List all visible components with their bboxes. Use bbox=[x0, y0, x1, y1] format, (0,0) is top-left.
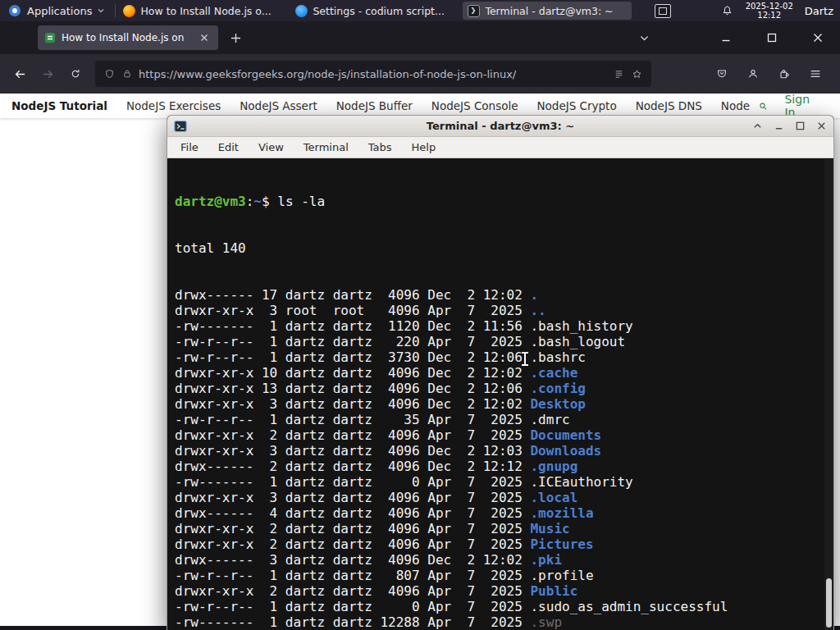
file-name: . bbox=[530, 287, 538, 303]
total-line: total 140 bbox=[175, 240, 833, 256]
terminal-scrollbar[interactable] bbox=[824, 159, 833, 630]
file-name: .bash_history bbox=[530, 318, 632, 334]
file-row: -rw-r--r-- 1 dartz dartz 35 Apr 7 2025 .… bbox=[175, 412, 833, 427]
file-name: .gnupg bbox=[530, 459, 578, 474]
terminal-app-icon bbox=[174, 120, 187, 133]
taskbar-item[interactable]: Terminal - dartz@vm3: ~ bbox=[463, 2, 632, 20]
lock-icon[interactable] bbox=[121, 68, 133, 80]
file-row: drwxr-xr-x 3 dartz dartz 4096 Dec 2 12:0… bbox=[175, 443, 833, 459]
window-minimize-button[interactable] bbox=[715, 27, 737, 48]
bookmark-star-icon[interactable] bbox=[631, 68, 643, 80]
terminal-output[interactable]: dartz@vm3:~$ ls -la total 140 drwx------… bbox=[167, 159, 833, 630]
file-name: Music bbox=[530, 521, 569, 536]
minimize-icon[interactable] bbox=[774, 121, 784, 131]
file-name: Downloads bbox=[530, 443, 601, 459]
forward-button[interactable] bbox=[34, 62, 61, 86]
search-icon[interactable] bbox=[758, 99, 768, 113]
close-icon[interactable] bbox=[816, 121, 827, 131]
tab-close-button[interactable] bbox=[197, 30, 212, 45]
menu-tabs[interactable]: Tabs bbox=[368, 141, 392, 153]
file-row: drwxr-xr-x 3 dartz dartz 4096 Dec 2 12:0… bbox=[175, 396, 833, 412]
window-close-button[interactable] bbox=[807, 27, 829, 48]
file-meta: drwx------ 4 dartz dartz 4096 Apr 7 2025 bbox=[175, 505, 530, 521]
prompt-command: ls -la bbox=[270, 194, 325, 209]
url-input[interactable]: https://www.geeksforgeeks.org/node-js/in… bbox=[139, 68, 607, 80]
file-row: drwxr-xr-x 2 dartz dartz 4096 Apr 7 2025… bbox=[175, 536, 833, 552]
file-meta: drwxr-xr-x 3 dartz dartz 4096 Apr 7 2025 bbox=[175, 490, 530, 505]
menu-terminal[interactable]: Terminal bbox=[304, 141, 349, 153]
file-meta: -rw------- 1 dartz dartz 12288 Apr 7 202… bbox=[175, 614, 530, 630]
file-name: .ICEauthority bbox=[530, 474, 632, 490]
refresh-button[interactable] bbox=[62, 62, 89, 86]
terminal-title: Terminal - dartz@vm3: ~ bbox=[427, 120, 574, 132]
notification-bell-icon[interactable] bbox=[720, 4, 734, 18]
file-listing: drwx------ 17 dartz dartz 4096 Dec 2 12:… bbox=[175, 287, 833, 630]
chevron-down-icon bbox=[639, 33, 650, 43]
panel-clock[interactable]: 2025-12-02 12:12 bbox=[746, 2, 793, 21]
taskbar-item[interactable]: How to Install Node.js o... bbox=[118, 2, 287, 20]
gfg-nav-item[interactable]: NodeJS DNS bbox=[636, 99, 702, 112]
list-all-tabs-button[interactable] bbox=[633, 27, 655, 48]
applications-menu-button[interactable]: Applications bbox=[0, 0, 112, 21]
file-name: Pictures bbox=[530, 536, 593, 552]
clock-date: 2025-12-02 bbox=[746, 2, 793, 11]
site-favicon bbox=[44, 32, 56, 43]
applications-label: Applications bbox=[27, 5, 92, 17]
browser-tab-bar: How to Install Node.js on bbox=[0, 21, 840, 54]
taskbar: How to Install Node.js o...Settings - co… bbox=[118, 2, 632, 20]
terminal-menubar: FileEditViewTerminalTabsHelp bbox=[167, 137, 833, 158]
gfg-nav-item[interactable]: NodeJS Assert bbox=[240, 99, 317, 112]
browser-tab[interactable]: How to Install Node.js on bbox=[38, 25, 218, 50]
refresh-icon bbox=[69, 67, 82, 80]
url-bar[interactable]: https://www.geeksforgeeks.org/node-js/in… bbox=[95, 61, 651, 87]
window-maximize-button[interactable] bbox=[761, 27, 783, 48]
file-name: .dmrc bbox=[530, 412, 569, 427]
file-row: -rw-r--r-- 1 dartz dartz 3730 Dec 2 12:0… bbox=[175, 349, 833, 365]
gfg-nav-item[interactable]: Node bbox=[721, 99, 750, 112]
file-row: -rw------- 1 dartz dartz 1120 Dec 2 11:5… bbox=[175, 318, 833, 334]
gfg-nav-item[interactable]: NodeJS Exercises bbox=[126, 99, 221, 112]
file-row: drwxr-xr-x 10 dartz dartz 4096 Dec 2 12:… bbox=[175, 365, 833, 381]
file-meta: -rw------- 1 dartz dartz 0 Apr 7 2025 bbox=[175, 474, 530, 490]
tab-title: How to Install Node.js on bbox=[62, 32, 191, 43]
tracking-shield-icon[interactable] bbox=[103, 68, 116, 80]
gfg-nav-item[interactable]: NodeJS Buffer bbox=[336, 99, 413, 112]
hamburger-menu-icon[interactable] bbox=[802, 62, 829, 86]
extensions-puzzle-icon[interactable] bbox=[771, 62, 797, 86]
firefox-icon bbox=[123, 5, 135, 17]
file-row: drwxr-xr-x 2 dartz dartz 4096 Apr 7 2025… bbox=[175, 427, 833, 443]
file-name: .sudo_as_admin_successful bbox=[530, 599, 728, 614]
close-icon bbox=[813, 33, 823, 43]
gfg-nav-item[interactable]: NodeJS Console bbox=[431, 99, 518, 112]
window-controls bbox=[633, 27, 840, 48]
file-meta: drwxr-xr-x 3 root root 4096 Apr 7 2025 bbox=[175, 303, 530, 318]
reader-view-icon[interactable] bbox=[613, 68, 625, 80]
menu-edit[interactable]: Edit bbox=[218, 141, 239, 153]
pocket-icon[interactable] bbox=[709, 62, 735, 86]
terminal-titlebar[interactable]: Terminal - dartz@vm3: ~ bbox=[167, 116, 833, 137]
gfg-nav-item[interactable]: NodeJS Tutorial bbox=[11, 99, 107, 112]
shade-window-icon[interactable] bbox=[752, 121, 763, 131]
scrollbar-thumb[interactable] bbox=[826, 578, 832, 628]
file-name: .mozilla bbox=[530, 505, 593, 521]
menu-help[interactable]: Help bbox=[412, 141, 436, 153]
new-tab-button[interactable] bbox=[225, 27, 246, 48]
file-row: drwx------ 17 dartz dartz 4096 Dec 2 12:… bbox=[175, 287, 833, 303]
gfg-nav-item[interactable]: NodeJS Crypto bbox=[537, 99, 617, 112]
file-row: drwxr-xr-x 2 dartz dartz 4096 Apr 7 2025… bbox=[175, 583, 833, 599]
back-button[interactable] bbox=[7, 62, 33, 86]
tray-window-icon[interactable] bbox=[655, 4, 671, 18]
panel-right-area: 2025-12-02 12:12 Dartz bbox=[655, 2, 840, 21]
file-name: .local bbox=[530, 490, 578, 505]
minimize-icon bbox=[721, 33, 731, 43]
account-icon[interactable] bbox=[740, 62, 766, 86]
taskbar-item-label: Terminal - dartz@vm3: ~ bbox=[485, 5, 613, 17]
file-meta: drwxr-xr-x 2 dartz dartz 4096 Apr 7 2025 bbox=[175, 521, 530, 536]
menu-view[interactable]: View bbox=[258, 141, 284, 153]
maximize-icon[interactable] bbox=[795, 121, 806, 131]
file-meta: -rw-r--r-- 1 dartz dartz 35 Apr 7 2025 bbox=[175, 412, 530, 427]
prompt-separator: : bbox=[246, 194, 254, 209]
chevron-down-icon bbox=[98, 7, 104, 14]
menu-file[interactable]: File bbox=[180, 141, 199, 153]
taskbar-item[interactable]: Settings - codium script... bbox=[290, 2, 459, 20]
